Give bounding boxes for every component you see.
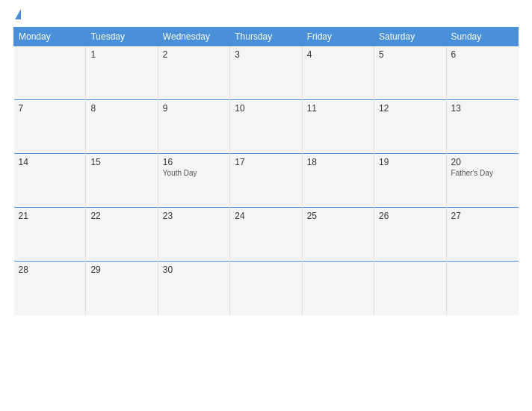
day-number: 12 <box>379 103 441 114</box>
calendar-week-row: 21222324252627 <box>14 208 519 262</box>
day-number: 11 <box>307 103 369 114</box>
calendar-week-row: 141516Youth Day17181920Father's Day <box>14 154 519 208</box>
calendar-cell: 8 <box>86 100 158 154</box>
day-number: 2 <box>163 49 225 60</box>
day-number: 29 <box>90 265 152 275</box>
calendar-cell <box>14 46 86 100</box>
event-label: Father's Day <box>451 169 514 177</box>
calendar-cell: 27 <box>446 208 518 262</box>
calendar-week-row: 123456 <box>14 46 519 100</box>
day-number: 23 <box>163 211 225 221</box>
day-number: 15 <box>90 157 152 167</box>
weekday-header-monday: Monday <box>14 28 86 46</box>
calendar-cell: 7 <box>14 100 86 154</box>
day-number: 20 <box>451 157 514 167</box>
day-number: 17 <box>235 157 297 167</box>
calendar-cell: 30 <box>158 262 229 315</box>
calendar-week-row: 78910111213 <box>14 100 519 154</box>
calendar-cell: 29 <box>86 262 158 315</box>
calendar-cell: 13 <box>446 100 518 154</box>
day-number: 19 <box>379 157 441 167</box>
day-number: 27 <box>451 211 514 221</box>
calendar-cell: 6 <box>446 46 518 100</box>
day-number: 22 <box>90 211 152 221</box>
day-number: 4 <box>307 49 369 60</box>
day-number: 6 <box>451 49 514 60</box>
day-number: 13 <box>451 103 514 114</box>
day-number: 30 <box>163 265 225 275</box>
day-number: 26 <box>379 211 441 221</box>
day-number: 10 <box>235 103 297 114</box>
calendar-cell: 18 <box>302 154 374 208</box>
weekday-header-tuesday: Tuesday <box>86 28 158 46</box>
calendar-cell: 21 <box>14 208 86 262</box>
day-number: 16 <box>163 157 225 167</box>
calendar-cell: 14 <box>14 154 86 208</box>
calendar-week-row: 282930 <box>14 262 519 315</box>
day-number: 9 <box>163 103 225 114</box>
day-number: 5 <box>379 49 441 60</box>
calendar-cell <box>302 262 374 315</box>
weekday-header-friday: Friday <box>302 28 374 46</box>
day-number: 18 <box>307 157 369 167</box>
calendar-cell: 22 <box>86 208 158 262</box>
calendar-cell: 19 <box>374 154 446 208</box>
day-number: 14 <box>19 157 81 167</box>
day-number: 3 <box>235 49 297 60</box>
calendar-cell: 28 <box>14 262 86 315</box>
day-number: 7 <box>19 103 81 114</box>
calendar-header <box>13 12 519 19</box>
day-number: 25 <box>307 211 369 221</box>
calendar-cell: 2 <box>158 46 229 100</box>
logo <box>13 12 21 19</box>
calendar-cell <box>230 262 302 315</box>
calendar-cell: 20Father's Day <box>446 154 518 208</box>
event-label: Youth Day <box>163 169 225 177</box>
calendar-cell: 25 <box>302 208 374 262</box>
calendar-cell: 3 <box>230 46 302 100</box>
calendar-cell <box>446 262 518 315</box>
calendar-cell <box>374 262 446 315</box>
calendar-cell: 24 <box>230 208 302 262</box>
weekday-header-wednesday: Wednesday <box>158 28 229 46</box>
calendar-cell: 26 <box>374 208 446 262</box>
day-number: 28 <box>19 265 81 275</box>
calendar-cell: 9 <box>158 100 229 154</box>
day-number: 1 <box>90 49 152 60</box>
day-number: 8 <box>90 103 152 114</box>
calendar-table: MondayTuesdayWednesdayThursdayFridaySatu… <box>13 27 519 315</box>
day-number: 21 <box>19 211 81 221</box>
calendar-cell: 23 <box>158 208 229 262</box>
calendar-cell: 11 <box>302 100 374 154</box>
calendar-cell: 1 <box>86 46 158 100</box>
calendar-cell: 4 <box>302 46 374 100</box>
calendar-cell: 15 <box>86 154 158 208</box>
logo-triangle-icon <box>15 9 21 19</box>
weekday-header-thursday: Thursday <box>230 28 302 46</box>
day-number: 24 <box>235 211 297 221</box>
weekday-header-sunday: Sunday <box>446 28 518 46</box>
calendar-cell: 16Youth Day <box>158 154 229 208</box>
calendar-cell: 17 <box>230 154 302 208</box>
weekday-header-saturday: Saturday <box>374 28 446 46</box>
calendar-cell: 12 <box>374 100 446 154</box>
weekday-header-row: MondayTuesdayWednesdayThursdayFridaySatu… <box>14 28 519 46</box>
calendar-cell: 10 <box>230 100 302 154</box>
calendar-cell: 5 <box>374 46 446 100</box>
